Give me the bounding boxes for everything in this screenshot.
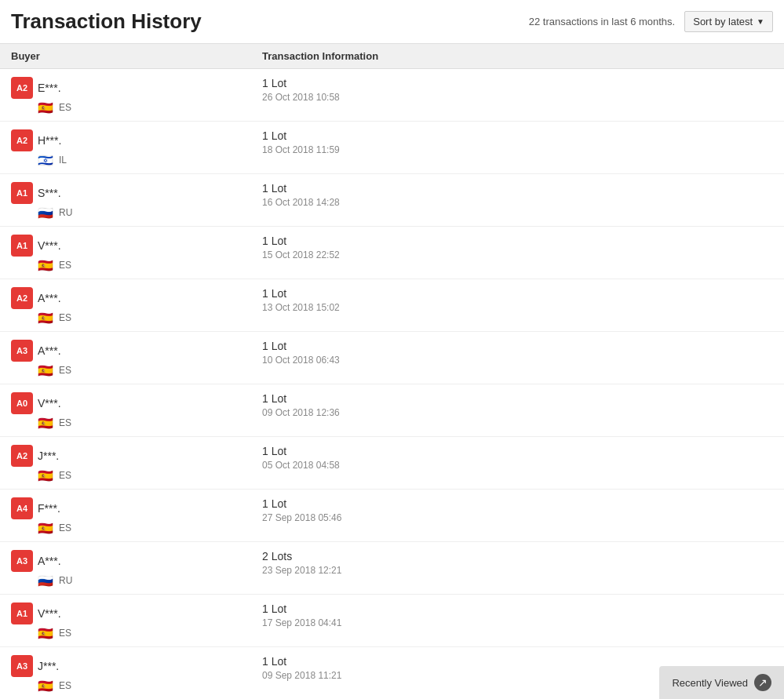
buyer-name-row: A1 V***. (11, 603, 262, 624)
sort-button[interactable]: Sort by latest ▼ (684, 11, 773, 32)
country-row: 🇪🇸 ES (38, 365, 262, 376)
table-row: A4 F***. 🇪🇸 ES 1 Lot 27 Sep 2018 05:46 (0, 490, 784, 542)
date-text: 15 Oct 2018 22:52 (262, 249, 773, 260)
buyer-name: J***. (38, 450, 59, 462)
flag-icon: 🇪🇸 (38, 628, 55, 639)
transaction-cell: 2 Lots 23 Sep 2018 12:21 (262, 550, 773, 576)
transaction-count: 22 transactions in last 6 months. (529, 16, 675, 27)
buyer-name: A***. (38, 344, 61, 357)
country-code: ES (59, 260, 71, 271)
date-text: 05 Oct 2018 04:58 (262, 460, 773, 471)
avatar: A2 (11, 77, 33, 99)
flag-icon: 🇪🇸 (38, 312, 55, 323)
table-row: A1 S***. 🇷🇺 RU 1 Lot 16 Oct 2018 14:28 (0, 174, 784, 227)
sort-label: Sort by latest (693, 16, 753, 27)
buyer-cell: A3 A***. 🇪🇸 ES (11, 340, 262, 376)
flag-icon: 🇷🇺 (38, 207, 55, 218)
transaction-cell: 1 Lot 10 Oct 2018 06:43 (262, 340, 773, 366)
buyer-name-row: A1 V***. (11, 235, 262, 257)
country-code: ES (59, 680, 71, 691)
flag-icon: 🇪🇸 (38, 260, 55, 271)
transaction-cell: 1 Lot 09 Oct 2018 12:36 (262, 392, 773, 418)
avatar: A2 (11, 445, 33, 467)
table-row: A2 E***. 🇪🇸 ES 1 Lot 26 Oct 2018 10:58 (0, 69, 784, 122)
flag-icon: 🇪🇸 (38, 522, 55, 533)
lot-text: 1 Lot (262, 445, 773, 457)
buyer-cell: A1 S***. 🇷🇺 RU (11, 182, 262, 218)
date-text: 13 Oct 2018 15:02 (262, 302, 773, 313)
buyer-cell: A3 A***. 🇷🇺 RU (11, 550, 262, 586)
date-text: 18 Oct 2018 11:59 (262, 144, 773, 155)
buyer-name: H***. (38, 134, 61, 147)
lot-text: 1 Lot (262, 129, 773, 142)
lot-text: 1 Lot (262, 77, 773, 89)
avatar: A4 (11, 497, 33, 519)
buyer-name-row: A2 H***. (11, 129, 262, 151)
buyer-name: E***. (38, 82, 61, 94)
header-controls: 22 transactions in last 6 months. Sort b… (529, 11, 773, 32)
transactions-list: A2 E***. 🇪🇸 ES 1 Lot 26 Oct 2018 10:58 A… (0, 69, 784, 699)
table-row: A2 A***. 🇪🇸 ES 1 Lot 13 Oct 2018 15:02 (0, 279, 784, 332)
buyer-name-row: A0 V***. (11, 392, 262, 414)
lot-text: 1 Lot (262, 182, 773, 195)
buyer-name-row: A1 S***. (11, 182, 262, 204)
flag-icon: 🇪🇸 (38, 417, 55, 428)
country-code: ES (59, 628, 71, 639)
buyer-name: A***. (38, 555, 61, 567)
buyer-cell: A0 V***. 🇪🇸 ES (11, 392, 262, 428)
buyer-name-row: A2 J***. (11, 445, 262, 467)
flag-icon: 🇪🇸 (38, 680, 55, 691)
table-row: A1 V***. 🇪🇸 ES 1 Lot 15 Oct 2018 22:52 (0, 227, 784, 279)
avatar: A3 (11, 655, 33, 677)
country-code: IL (59, 155, 67, 166)
country-row: 🇪🇸 ES (38, 417, 262, 428)
country-code: ES (59, 312, 71, 323)
buyer-cell: A2 J***. 🇪🇸 ES (11, 445, 262, 481)
flag-icon: 🇪🇸 (38, 102, 55, 113)
transaction-cell: 1 Lot 26 Oct 2018 10:58 (262, 77, 773, 103)
page-title: Transaction History (11, 9, 202, 34)
country-row: 🇪🇸 ES (38, 522, 262, 533)
avatar: A3 (11, 340, 33, 362)
recently-viewed-button[interactable]: Recently Viewed ↗ (659, 666, 784, 699)
date-text: 10 Oct 2018 06:43 (262, 355, 773, 366)
date-text: 09 Oct 2018 12:36 (262, 407, 773, 418)
buyer-name: A***. (38, 292, 61, 304)
transaction-cell: 1 Lot 17 Sep 2018 04:41 (262, 603, 773, 628)
country-code: ES (59, 522, 71, 533)
country-code: RU (59, 207, 72, 218)
avatar: A1 (11, 182, 33, 204)
buyer-name: J***. (38, 660, 59, 672)
buyer-name-row: A2 E***. (11, 77, 262, 99)
buyer-cell: A2 E***. 🇪🇸 ES (11, 77, 262, 113)
avatar: A2 (11, 129, 33, 151)
transaction-cell: 1 Lot 27 Sep 2018 05:46 (262, 497, 773, 523)
buyer-name-row: A3 J***. (11, 655, 262, 677)
transaction-cell: 1 Lot 18 Oct 2018 11:59 (262, 129, 773, 155)
lot-text: 1 Lot (262, 603, 773, 615)
country-code: ES (59, 417, 71, 428)
flag-icon: 🇪🇸 (38, 365, 55, 376)
country-code: ES (59, 102, 71, 113)
chevron-down-icon: ▼ (757, 17, 764, 26)
country-row: 🇮🇱 IL (38, 155, 262, 166)
buyer-name-row: A4 F***. (11, 497, 262, 519)
table-row: A3 A***. 🇷🇺 RU 2 Lots 23 Sep 2018 12:21 (0, 542, 784, 595)
table-row: A0 V***. 🇪🇸 ES 1 Lot 09 Oct 2018 12:36 (0, 384, 784, 437)
buyer-name: S***. (38, 187, 61, 199)
buyer-cell: A1 V***. 🇪🇸 ES (11, 603, 262, 639)
avatar: A2 (11, 287, 33, 309)
country-row: 🇪🇸 ES (38, 470, 262, 481)
lot-text: 1 Lot (262, 287, 773, 300)
avatar: A0 (11, 392, 33, 414)
table-row: A2 J***. 🇪🇸 ES 1 Lot 05 Oct 2018 04:58 (0, 437, 784, 490)
country-row: 🇪🇸 ES (38, 628, 262, 639)
transaction-cell: 1 Lot 15 Oct 2018 22:52 (262, 235, 773, 260)
transaction-cell: 1 Lot 13 Oct 2018 15:02 (262, 287, 773, 313)
country-code: ES (59, 365, 71, 376)
country-row: 🇪🇸 ES (38, 312, 262, 323)
lot-text: 1 Lot (262, 235, 773, 247)
buyer-name-row: A2 A***. (11, 287, 262, 309)
buyer-cell: A1 V***. 🇪🇸 ES (11, 235, 262, 271)
country-row: 🇪🇸 ES (38, 680, 262, 691)
